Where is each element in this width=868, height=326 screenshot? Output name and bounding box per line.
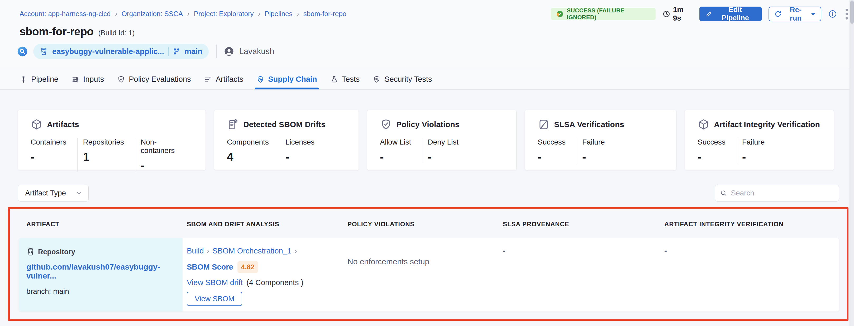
repository-icon	[26, 248, 35, 256]
git-branch-icon	[173, 48, 180, 55]
stat-integrity-failure: Failure -	[737, 138, 776, 163]
security-tests-icon	[373, 75, 381, 83]
artifact-type-chip: Repository	[26, 248, 175, 256]
pencil-icon	[706, 10, 712, 18]
build-link[interactable]: Build	[187, 247, 204, 255]
supply-chain-icon	[256, 75, 265, 83]
tab-supply-chain[interactable]: Supply Chain	[256, 69, 317, 89]
pipeline-icon	[20, 75, 27, 83]
kebab-menu-icon[interactable]	[844, 7, 849, 21]
chevron-down-icon	[76, 190, 83, 196]
breadcrumb-separator: ›	[187, 9, 189, 18]
stage-link[interactable]: SBOM Orchestration_1	[212, 247, 291, 255]
stat-components: Components 4	[227, 138, 280, 163]
sbom-score-badge: 4.82	[238, 261, 258, 273]
policy-evaluations-icon	[117, 75, 125, 83]
card-slsa-verifications: SLSA Verifications Success - Failure -	[525, 110, 677, 170]
scrollbar-thumb[interactable]	[850, 1, 854, 24]
search-input[interactable]	[731, 189, 834, 197]
column-sbom-drift: SBOM AND DRIFT ANALYSIS	[183, 221, 347, 228]
tests-icon	[330, 75, 338, 83]
column-slsa-provenance: SLSA PROVENANCE	[503, 221, 664, 228]
status-badge: SUCCESS (FAILURE IGNORED)	[551, 8, 656, 20]
artifact-repo-link[interactable]: github.com/lavakush07/easybuggy-vulner..…	[26, 262, 175, 281]
view-sbom-button[interactable]: View SBOM	[187, 292, 242, 306]
duration: 1m 9s	[662, 5, 692, 23]
sbom-scroll-icon	[227, 119, 239, 131]
shield-check-icon	[380, 119, 392, 131]
tab-policy-evaluations[interactable]: Policy Evaluations	[117, 69, 191, 89]
drift-components-count: (4 Components )	[246, 278, 303, 287]
stat-containers: Containers -	[31, 138, 77, 172]
status-badge-label: SUCCESS (FAILURE IGNORED)	[567, 7, 650, 21]
stat-non-containers: Non-containers -	[135, 138, 194, 172]
rerun-button[interactable]: Re-run	[769, 7, 821, 21]
column-artifact-integrity: ARTIFACT INTEGRITY VERIFICATION	[664, 221, 839, 228]
scrollbar-track[interactable]	[849, 0, 854, 326]
tab-tests[interactable]: Tests	[330, 69, 360, 89]
column-artifact: ARTIFACT	[19, 221, 183, 228]
stat-licenses: Licenses -	[280, 138, 326, 163]
title-row: sbom-for-repo (Build Id: 1)	[20, 25, 135, 38]
chevron-down-icon	[811, 13, 815, 15]
breadcrumb-separator: ›	[258, 9, 260, 18]
slsa-icon	[538, 119, 550, 131]
stat-slsa-failure: Failure -	[577, 138, 616, 163]
avatar-icon	[224, 46, 234, 57]
breadcrumb: Account: app-harness-ng-cicd › Organizat…	[20, 9, 346, 18]
tab-inputs[interactable]: Inputs	[71, 69, 104, 89]
pill-divider	[168, 47, 169, 56]
breadcrumb-account[interactable]: Account: app-harness-ng-cicd	[20, 10, 111, 18]
tab-pipeline[interactable]: Pipeline	[20, 69, 58, 89]
table-row: Repository github.com/lavakush07/easybug…	[19, 238, 839, 312]
success-ignored-icon	[556, 10, 563, 18]
slsa-provenance-cell: -	[503, 238, 664, 312]
info-icon[interactable]	[828, 9, 837, 19]
artifact-type-select[interactable]: Artifact Type	[18, 185, 89, 201]
repository-icon	[39, 47, 48, 56]
breadcrumb-organization[interactable]: Organization: SSCA	[122, 10, 183, 18]
tab-artifacts[interactable]: Artifacts	[204, 69, 244, 89]
page-header: Account: app-harness-ng-cicd › Organizat…	[0, 0, 849, 69]
artifact-integrity-cell: -	[664, 238, 839, 312]
header-actions: SUCCESS (FAILURE IGNORED) 1m 9s Edit Pip…	[551, 6, 849, 22]
stat-allow-list: Allow List -	[380, 138, 422, 163]
card-artifact-integrity: Artifact Integrity Verification Success …	[685, 110, 834, 170]
clock-icon	[662, 10, 671, 18]
artifact-cell: Repository github.com/lavakush07/easybug…	[19, 238, 183, 312]
page-title: sbom-for-repo	[20, 25, 94, 38]
breadcrumb-separator: ›	[295, 247, 297, 255]
inputs-icon	[71, 75, 80, 83]
meta-divider	[216, 44, 217, 58]
triggered-by-user: Lavakush	[239, 47, 274, 56]
sbom-drift-row: View SBOM drift (4 Components )	[187, 278, 347, 287]
breadcrumb-separator: ›	[115, 9, 117, 18]
stat-deny-list: Deny List -	[422, 138, 470, 163]
sbom-score-link[interactable]: SBOM Score	[187, 263, 233, 271]
tab-security-tests[interactable]: Security Tests	[373, 69, 432, 89]
stat-repositories: Repositories 1	[77, 138, 135, 172]
sbom-cell: Build › SBOM Orchestration_1 › SBOM Scor…	[183, 238, 347, 312]
edit-pipeline-button[interactable]: Edit Pipeline	[700, 7, 762, 21]
execution-tabbar: Pipeline Inputs Policy Evaluations	[0, 69, 849, 90]
breadcrumb-current-pipeline[interactable]: sbom-for-repo	[303, 10, 346, 18]
card-sbom-drifts: Detected SBOM Drifts Components 4 Licens…	[214, 110, 359, 170]
harness-execution-page: Account: app-harness-ng-cicd › Organizat…	[0, 0, 868, 326]
search-box	[715, 185, 839, 201]
branch-name[interactable]: main	[184, 47, 203, 56]
refresh-icon	[774, 10, 782, 18]
breadcrumb-project[interactable]: Project: Exploratory	[194, 10, 254, 18]
artifacts-table-header: ARTIFACT SBOM AND DRIFT ANALYSIS POLICY …	[19, 221, 839, 228]
breadcrumb-pipelines[interactable]: Pipelines	[265, 10, 292, 18]
search-icon	[720, 189, 727, 197]
window-margin	[854, 0, 868, 326]
sbom-breadcrumb: Build › SBOM Orchestration_1 ›	[187, 247, 347, 255]
view-sbom-drift-link[interactable]: View SBOM drift	[187, 278, 243, 287]
repo-name[interactable]: easybuggy-vulnerable-applic...	[52, 47, 164, 56]
card-artifacts: Artifacts Containers - Repositories 1 No…	[18, 110, 206, 170]
stat-slsa-success: Success -	[538, 138, 577, 163]
execution-meta-row: easybuggy-vulnerable-applic... main Lava…	[17, 44, 274, 59]
artifact-branch: branch: main	[26, 287, 175, 296]
duration-value: 1m 9s	[673, 5, 692, 23]
repo-pill[interactable]: easybuggy-vulnerable-applic... main	[33, 44, 209, 59]
